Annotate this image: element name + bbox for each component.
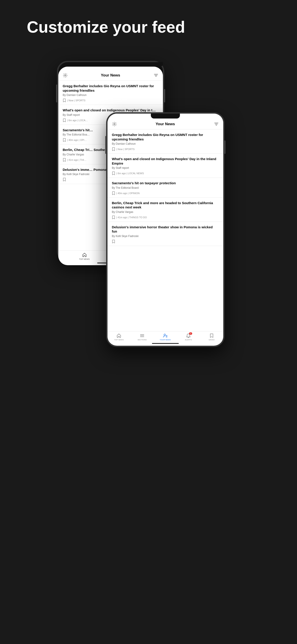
home-icon xyxy=(82,252,87,258)
alerts-icon-fg: 7 xyxy=(186,333,191,338)
nav-alerts-fg[interactable]: 7 ALERTS xyxy=(177,332,200,342)
list-item[interactable]: Gregg Berhalter includes Gio Reyna on US… xyxy=(58,81,163,105)
notch-fg xyxy=(151,114,180,118)
saved-icon-fg xyxy=(209,333,214,338)
list-item[interactable]: What's open and closed on Indigenous Peo… xyxy=(107,154,223,178)
nav-sections-fg[interactable]: SECTIONS xyxy=(130,332,154,342)
home-bar-fg xyxy=(152,343,179,344)
notch-bg xyxy=(136,62,163,67)
sections-icon-fg xyxy=(140,333,145,338)
nav-top-news-fg[interactable]: TOP NEWS xyxy=(107,332,131,342)
article-meta xyxy=(112,240,219,244)
article-headline: What's open and closed on Indigenous Peo… xyxy=(63,108,158,112)
article-meta: | 41m ago | THINGS TO DO xyxy=(112,215,219,219)
article-meta: | 6m ago | LOCAL NEWS xyxy=(112,171,219,175)
alert-badge: 7 xyxy=(189,332,192,335)
your-news-icon-fg xyxy=(163,333,168,338)
article-byline: By Damian Calhoun xyxy=(63,94,158,96)
filter-icon-fg[interactable] xyxy=(214,122,219,126)
article-headline: Gregg Berhalter includes Gio Reyna on US… xyxy=(63,84,158,92)
article-byline: By The Editorial Board xyxy=(112,186,219,190)
news-feed-fg: Gregg Berhalter includes Gio Reyna on US… xyxy=(107,130,223,331)
article-headline: Gregg Berhalter includes Gio Reyna on US… xyxy=(112,132,219,141)
list-item[interactable]: Sacramento's hit on taxpayer protection … xyxy=(107,178,223,198)
bottom-nav-fg: TOP NEWS SECTIONS xyxy=(107,331,223,342)
article-meta: | 40m ago | OPINION xyxy=(112,191,219,195)
header-title-fg: Your News xyxy=(156,122,175,126)
article-meta: | Now | SPORTS xyxy=(63,98,158,102)
nav-top-news[interactable]: TOP NEWS xyxy=(58,251,111,262)
home-icon-fg xyxy=(116,333,121,338)
screen-fg: Your News Gregg Berhalter includes Gio R… xyxy=(107,114,223,346)
list-item[interactable]: Delusion's immersive horror theater show… xyxy=(107,222,223,246)
article-headline: Berlin, Cheap Trick and more are headed … xyxy=(112,201,219,210)
gear-icon[interactable] xyxy=(63,73,68,78)
article-byline: By Damian Calhoun xyxy=(112,142,219,145)
article-headline: Delusion's immersive horror theater show… xyxy=(112,225,219,234)
article-headline: What's open and closed on Indigenous Peo… xyxy=(112,157,219,166)
article-byline: By Kelli Skye Fadroski xyxy=(112,234,219,238)
nav-your-news-fg[interactable]: YOUR NEWS xyxy=(154,332,177,342)
svg-point-14 xyxy=(164,334,166,336)
list-item[interactable]: Berlin, Cheap Trick and more are headed … xyxy=(107,198,223,222)
article-byline: By Charlie Vargas xyxy=(112,210,219,214)
page-title: Customize your feed xyxy=(0,18,297,36)
svg-point-0 xyxy=(65,75,66,76)
gear-icon-fg[interactable] xyxy=(112,122,117,126)
header-title-bg: Your News xyxy=(101,73,120,78)
svg-point-7 xyxy=(114,124,115,125)
nav-saved-fg[interactable]: SAVED xyxy=(200,332,223,342)
app-fg: Your News Gregg Berhalter includes Gio R… xyxy=(107,114,223,346)
app-header-bg: Your News xyxy=(58,67,163,81)
list-item[interactable]: Gregg Berhalter includes Gio Reyna on US… xyxy=(107,130,223,154)
foreground-phone: Your News Gregg Berhalter includes Gio R… xyxy=(106,112,225,347)
article-byline: By Staff report xyxy=(112,166,219,170)
article-meta: | Now | SPORTS xyxy=(112,147,219,151)
filter-icon-bg[interactable] xyxy=(154,73,158,78)
article-headline: Sacramento's hit on taxpayer protection xyxy=(112,181,219,185)
phones-container: Your News Gregg Berhalter includes Gio R… xyxy=(48,50,249,542)
